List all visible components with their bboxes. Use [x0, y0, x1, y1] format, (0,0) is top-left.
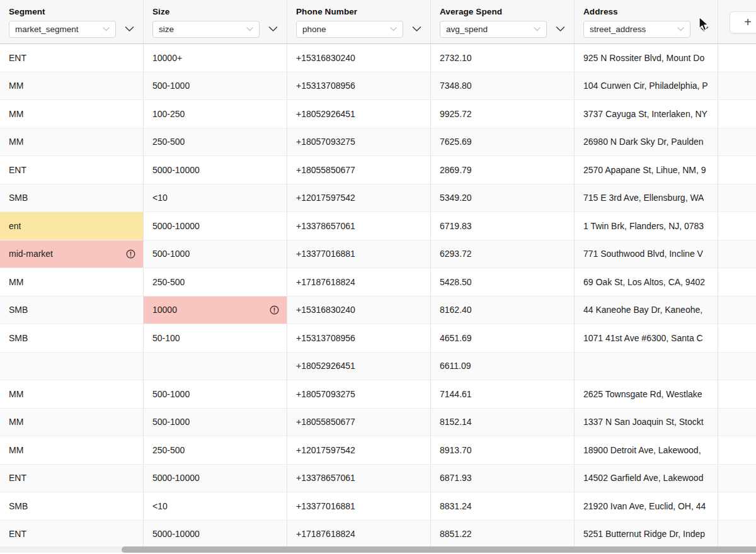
cell-empty-column[interactable] [718, 212, 756, 240]
column-menu-chevron-icon[interactable] [699, 26, 709, 32]
cell-empty-column[interactable] [718, 44, 756, 72]
cell-size[interactable]: 5000-10000 [144, 521, 287, 548]
cell-address[interactable]: 69 Oak St, Los Altos, CA, 9402 [575, 268, 718, 296]
cell-size[interactable]: 500-1000 [144, 240, 287, 268]
cell-empty-column[interactable] [718, 72, 756, 100]
cell-size[interactable]: 250-500 [144, 128, 287, 156]
cell-avg_spend[interactable]: 2869.79 [431, 156, 575, 184]
cell-avg_spend[interactable]: 2732.10 [431, 44, 575, 72]
cell-size[interactable]: 5000-10000 [144, 212, 287, 240]
cell-address[interactable]: 1337 N San Joaquin St, Stockt [575, 409, 718, 436]
cell-empty-column[interactable] [718, 380, 756, 408]
cell-address[interactable]: 44 Kaneohe Bay Dr, Kaneohe, [575, 297, 718, 324]
cell-size[interactable]: 50-100 [144, 324, 287, 352]
cell-size[interactable]: 10000 [144, 297, 287, 324]
cell-address[interactable]: 18900 Detroit Ave, Lakewood, [575, 436, 718, 464]
cell-size[interactable]: 500-1000 [144, 380, 287, 408]
cell-segment[interactable]: MM [0, 436, 144, 464]
cell-phone[interactable]: +18057093275 [287, 128, 431, 156]
cell-phone[interactable]: +15316830240 [287, 44, 431, 72]
cell-segment[interactable]: SMB [0, 184, 144, 212]
cell-address[interactable]: 21920 Ivan Ave, Euclid, OH, 44 [575, 492, 718, 520]
cell-phone[interactable]: +12017597542 [287, 436, 431, 464]
cell-avg_spend[interactable]: 5428.50 [431, 268, 575, 296]
cell-phone[interactable]: +17187618824 [287, 521, 431, 548]
cell-phone[interactable]: +18052926451 [287, 353, 431, 380]
cell-address[interactable]: 925 N Rossiter Blvd, Mount Do [575, 44, 718, 72]
cell-avg_spend[interactable]: 9925.72 [431, 100, 575, 128]
cell-avg_spend[interactable]: 7348.80 [431, 72, 575, 100]
cell-phone[interactable]: +18052926451 [287, 100, 431, 128]
cell-segment[interactable]: MM [0, 380, 144, 408]
cell-address[interactable] [575, 353, 718, 380]
cell-address[interactable]: 1071 41st Ave #6300, Santa C [575, 324, 718, 352]
cell-phone[interactable]: +13378657061 [287, 465, 431, 492]
cell-segment[interactable]: MM [0, 268, 144, 296]
column-menu-chevron-icon[interactable] [268, 26, 278, 32]
cell-avg_spend[interactable]: 8162.40 [431, 297, 575, 324]
cell-avg_spend[interactable]: 8831.24 [431, 492, 575, 520]
cell-address[interactable]: 3737 Cayuga St, Interlaken, NY [575, 100, 718, 128]
cell-phone[interactable]: +13377016881 [287, 492, 431, 520]
cell-empty-column[interactable] [718, 492, 756, 520]
column-menu-chevron-icon[interactable] [412, 26, 421, 32]
horizontal-scrollbar[interactable] [0, 546, 756, 553]
cell-empty-column[interactable] [718, 240, 756, 268]
cell-address[interactable]: 715 E 3rd Ave, Ellensburg, WA [575, 184, 718, 212]
cell-address[interactable]: 104 Curwen Cir, Philadelphia, P [575, 72, 718, 100]
cell-address[interactable]: 14502 Garfield Ave, Lakewood [575, 465, 718, 492]
cell-avg_spend[interactable]: 8152.14 [431, 409, 575, 436]
cell-size[interactable]: 250-500 [144, 436, 287, 464]
cell-empty-column[interactable] [718, 184, 756, 212]
alert-circle-icon[interactable] [122, 249, 135, 259]
cell-segment[interactable]: ent [0, 212, 144, 240]
cell-empty-column[interactable] [718, 436, 756, 464]
cell-empty-column[interactable] [718, 521, 756, 548]
scrollbar-thumb[interactable] [122, 546, 756, 553]
cell-empty-column[interactable] [718, 297, 756, 324]
cell-address[interactable]: 26980 N Dark Sky Dr, Paulden [575, 128, 718, 156]
cell-size[interactable]: 250-500 [144, 268, 287, 296]
cell-avg_spend[interactable]: 6719.83 [431, 212, 575, 240]
cell-phone[interactable]: +18057093275 [287, 380, 431, 408]
cell-avg_spend[interactable]: 7625.69 [431, 128, 575, 156]
column-menu-chevron-icon[interactable] [556, 26, 565, 32]
cell-avg_spend[interactable]: 8851.22 [431, 521, 575, 548]
field-mapping-select-segment[interactable]: market_segment [9, 21, 116, 38]
cell-empty-column[interactable] [718, 268, 756, 296]
add-column-button[interactable]: + [730, 11, 756, 33]
cell-empty-column[interactable] [718, 324, 756, 352]
cell-address[interactable]: 771 Southwood Blvd, Incline V [575, 240, 718, 268]
column-menu-chevron-icon[interactable] [125, 26, 134, 32]
cell-avg_spend[interactable]: 7144.61 [431, 380, 575, 408]
cell-size[interactable]: 100-250 [144, 100, 287, 128]
cell-avg_spend[interactable]: 6293.72 [431, 240, 575, 268]
cell-avg_spend[interactable]: 6871.93 [431, 465, 575, 492]
cell-phone[interactable]: +12017597542 [287, 184, 431, 212]
cell-address[interactable]: 2570 Apapane St, Lihue, NM, 9 [575, 156, 718, 184]
cell-segment[interactable]: ENT [0, 521, 144, 548]
cell-address[interactable]: 2625 Townsgate Rd, Westlake [575, 380, 718, 408]
cell-segment[interactable]: SMB [0, 492, 144, 520]
cell-phone[interactable]: +15313708956 [287, 72, 431, 100]
cell-phone[interactable]: +13377016881 [287, 240, 431, 268]
cell-segment[interactable] [0, 353, 144, 380]
cell-size[interactable]: 500-1000 [144, 409, 287, 436]
cell-segment[interactable]: mid-market [0, 240, 144, 268]
cell-empty-column[interactable] [718, 128, 756, 156]
field-mapping-select-address[interactable]: street_address [583, 21, 690, 38]
cell-size[interactable]: 500-1000 [144, 72, 287, 100]
cell-avg_spend[interactable]: 6611.09 [431, 353, 575, 380]
cell-segment[interactable]: MM [0, 100, 144, 128]
cell-avg_spend[interactable]: 8913.70 [431, 436, 575, 464]
cell-phone[interactable]: +18055850677 [287, 156, 431, 184]
field-mapping-select-avg_spend[interactable]: avg_spend [440, 21, 547, 38]
cell-segment[interactable]: SMB [0, 297, 144, 324]
cell-segment[interactable]: MM [0, 409, 144, 436]
cell-phone[interactable]: +18055850677 [287, 409, 431, 436]
cell-empty-column[interactable] [718, 353, 756, 380]
cell-avg_spend[interactable]: 4651.69 [431, 324, 575, 352]
cell-empty-column[interactable] [718, 409, 756, 436]
cell-avg_spend[interactable]: 5349.20 [431, 184, 575, 212]
cell-address[interactable]: 5251 Butternut Ridge Dr, Indep [575, 521, 718, 548]
